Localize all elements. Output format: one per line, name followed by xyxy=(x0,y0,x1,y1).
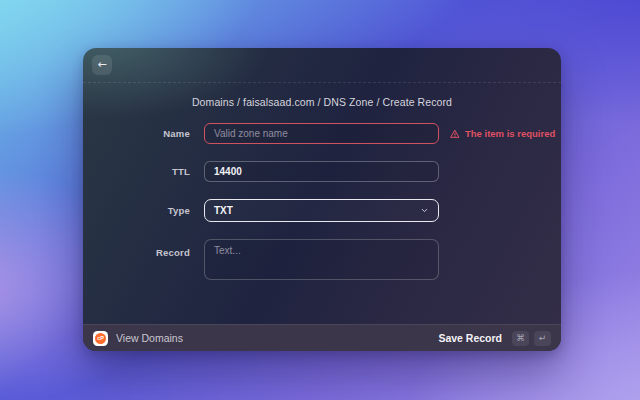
record-label: Record xyxy=(83,247,190,258)
breadcrumb: Domains / faisalsaad.com / DNS Zone / Cr… xyxy=(83,96,561,108)
modal-header: ← xyxy=(83,48,561,83)
back-button[interactable]: ← xyxy=(92,55,112,75)
type-select[interactable]: TXT xyxy=(204,199,439,222)
command-key-icon: ⌘ xyxy=(512,331,529,346)
type-select-value: TXT xyxy=(214,205,233,216)
record-textarea[interactable] xyxy=(204,239,439,280)
type-label: Type xyxy=(83,205,190,216)
record-row: Record xyxy=(83,239,561,280)
save-record-button[interactable]: Save Record xyxy=(438,332,502,344)
name-input[interactable] xyxy=(204,123,439,144)
type-row: Type TXT xyxy=(83,199,561,222)
footer-actions: Save Record ⌘ ↵ xyxy=(438,331,551,346)
cpanel-logo-icon: cP xyxy=(93,331,108,346)
back-arrow-icon: ← xyxy=(97,58,106,71)
enter-key-icon: ↵ xyxy=(534,331,551,346)
create-record-form: Name The item is required TTL Type TXT xyxy=(83,123,561,280)
ttl-input[interactable] xyxy=(204,161,439,182)
view-domains-link[interactable]: View Domains xyxy=(116,332,183,344)
name-row: Name The item is required xyxy=(83,123,561,144)
modal-footer: cP View Domains Save Record ⌘ ↵ xyxy=(83,324,561,351)
warning-triangle-icon xyxy=(450,129,460,139)
name-error-text: The item is required xyxy=(465,128,555,139)
cpanel-logo-mark: cP xyxy=(95,333,106,344)
create-record-modal: ← Domains / faisalsaad.com / DNS Zone / … xyxy=(83,48,561,351)
chevron-down-icon xyxy=(420,206,429,215)
ttl-label: TTL xyxy=(83,166,190,177)
name-error: The item is required xyxy=(450,128,555,139)
ttl-row: TTL xyxy=(83,161,561,182)
name-label: Name xyxy=(83,128,190,139)
